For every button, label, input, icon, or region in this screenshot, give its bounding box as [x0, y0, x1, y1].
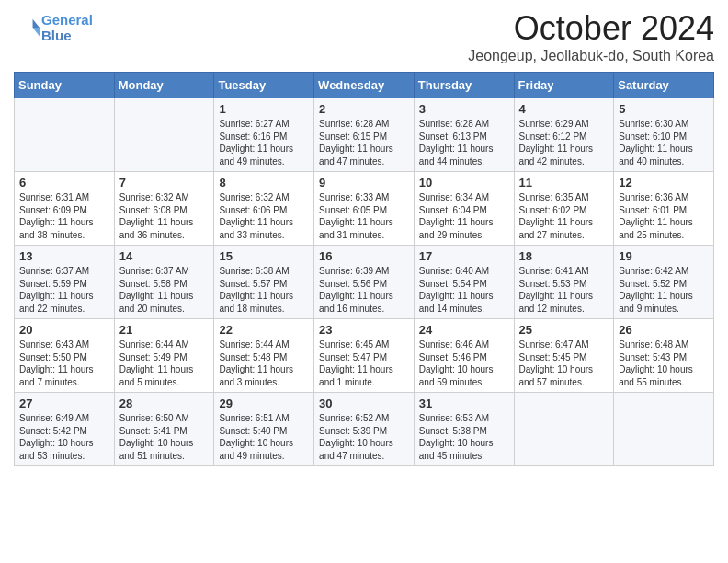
- day-content: Sunrise: 6:39 AM Sunset: 5:56 PM Dayligh…: [319, 265, 409, 315]
- day-content: Sunrise: 6:49 AM Sunset: 5:42 PM Dayligh…: [19, 412, 109, 462]
- day-number: 18: [519, 249, 609, 263]
- day-content: Sunrise: 6:35 AM Sunset: 6:02 PM Dayligh…: [519, 191, 609, 241]
- title-area: October 2024 Jeongeup, Jeollabuk-do, Sou…: [468, 9, 714, 64]
- day-number: 14: [119, 249, 210, 263]
- day-number: 2: [319, 102, 409, 116]
- day-content: Sunrise: 6:44 AM Sunset: 5:49 PM Dayligh…: [119, 339, 210, 388]
- day-number: 20: [19, 323, 109, 337]
- day-content: Sunrise: 6:44 AM Sunset: 5:48 PM Dayligh…: [219, 339, 309, 388]
- day-content: Sunrise: 6:38 AM Sunset: 5:57 PM Dayligh…: [219, 265, 309, 315]
- day-number: 30: [319, 396, 409, 410]
- day-number: 1: [219, 102, 309, 116]
- page-header: General Blue October 2024 Jeongeup, Jeol…: [14, 9, 714, 64]
- calendar-cell: 29Sunrise: 6:51 AM Sunset: 5:40 PM Dayli…: [214, 393, 314, 466]
- calendar-header-row: SundayMondayTuesdayWednesdayThursdayFrid…: [15, 73, 714, 98]
- calendar-table: SundayMondayTuesdayWednesdayThursdayFrid…: [14, 72, 714, 466]
- day-content: Sunrise: 6:37 AM Sunset: 5:59 PM Dayligh…: [19, 265, 109, 315]
- day-content: Sunrise: 6:51 AM Sunset: 5:40 PM Dayligh…: [219, 412, 309, 462]
- calendar-cell: 22Sunrise: 6:44 AM Sunset: 5:48 PM Dayli…: [214, 319, 314, 393]
- day-content: Sunrise: 6:52 AM Sunset: 5:39 PM Dayligh…: [319, 412, 409, 462]
- calendar-cell: 2Sunrise: 6:28 AM Sunset: 6:15 PM Daylig…: [314, 98, 415, 172]
- day-number: 25: [519, 323, 609, 337]
- day-number: 11: [519, 176, 609, 190]
- calendar-cell: 3Sunrise: 6:28 AM Sunset: 6:13 PM Daylig…: [414, 98, 514, 172]
- day-content: Sunrise: 6:33 AM Sunset: 6:05 PM Dayligh…: [319, 191, 409, 241]
- day-content: Sunrise: 6:30 AM Sunset: 6:10 PM Dayligh…: [619, 118, 709, 167]
- day-number: 26: [619, 323, 709, 337]
- day-number: 24: [419, 323, 509, 337]
- day-content: Sunrise: 6:41 AM Sunset: 5:53 PM Dayligh…: [519, 265, 609, 315]
- calendar-week-2: 6Sunrise: 6:31 AM Sunset: 6:09 PM Daylig…: [15, 172, 714, 246]
- day-content: Sunrise: 6:40 AM Sunset: 5:54 PM Dayligh…: [419, 265, 509, 315]
- logo-text: General Blue: [41, 13, 93, 43]
- calendar-cell: 7Sunrise: 6:32 AM Sunset: 6:08 PM Daylig…: [114, 172, 214, 246]
- calendar-cell: 10Sunrise: 6:34 AM Sunset: 6:04 PM Dayli…: [414, 172, 514, 246]
- day-number: 17: [419, 249, 509, 263]
- calendar-cell: [15, 98, 115, 172]
- calendar-cell: 31Sunrise: 6:53 AM Sunset: 5:38 PM Dayli…: [414, 393, 514, 466]
- day-number: 23: [319, 323, 409, 337]
- day-content: Sunrise: 6:48 AM Sunset: 5:43 PM Dayligh…: [619, 339, 709, 388]
- calendar-cell: 14Sunrise: 6:37 AM Sunset: 5:58 PM Dayli…: [114, 246, 214, 319]
- calendar-cell: 13Sunrise: 6:37 AM Sunset: 5:59 PM Dayli…: [15, 246, 115, 319]
- calendar-cell: 19Sunrise: 6:42 AM Sunset: 5:52 PM Dayli…: [614, 246, 714, 319]
- day-number: 27: [19, 396, 109, 410]
- day-number: 9: [319, 176, 409, 190]
- calendar-cell: 24Sunrise: 6:46 AM Sunset: 5:46 PM Dayli…: [414, 319, 514, 393]
- day-number: 29: [219, 396, 309, 410]
- calendar-cell: 18Sunrise: 6:41 AM Sunset: 5:53 PM Dayli…: [514, 246, 614, 319]
- day-content: Sunrise: 6:43 AM Sunset: 5:50 PM Dayligh…: [19, 339, 109, 388]
- column-header-wednesday: Wednesday: [314, 73, 415, 98]
- calendar-cell: 6Sunrise: 6:31 AM Sunset: 6:09 PM Daylig…: [15, 172, 115, 246]
- day-number: 22: [219, 323, 309, 337]
- day-content: Sunrise: 6:34 AM Sunset: 6:04 PM Dayligh…: [419, 191, 509, 241]
- day-content: Sunrise: 6:50 AM Sunset: 5:41 PM Dayligh…: [119, 412, 210, 462]
- day-content: Sunrise: 6:45 AM Sunset: 5:47 PM Dayligh…: [319, 339, 409, 388]
- day-number: 16: [319, 249, 409, 263]
- calendar-cell: 5Sunrise: 6:30 AM Sunset: 6:10 PM Daylig…: [614, 98, 714, 172]
- calendar-cell: [614, 393, 714, 466]
- calendar-cell: 30Sunrise: 6:52 AM Sunset: 5:39 PM Dayli…: [314, 393, 415, 466]
- day-number: 28: [119, 396, 210, 410]
- location-title: Jeongeup, Jeollabuk-do, South Korea: [468, 48, 714, 64]
- column-header-monday: Monday: [114, 73, 214, 98]
- calendar-cell: 4Sunrise: 6:29 AM Sunset: 6:12 PM Daylig…: [514, 98, 614, 172]
- calendar-cell: 9Sunrise: 6:33 AM Sunset: 6:05 PM Daylig…: [314, 172, 415, 246]
- calendar-cell: 12Sunrise: 6:36 AM Sunset: 6:01 PM Dayli…: [614, 172, 714, 246]
- calendar-cell: 20Sunrise: 6:43 AM Sunset: 5:50 PM Dayli…: [15, 319, 115, 393]
- calendar-cell: 17Sunrise: 6:40 AM Sunset: 5:54 PM Dayli…: [414, 246, 514, 319]
- day-number: 5: [619, 102, 709, 116]
- calendar-week-3: 13Sunrise: 6:37 AM Sunset: 5:59 PM Dayli…: [15, 246, 714, 319]
- day-content: Sunrise: 6:31 AM Sunset: 6:09 PM Dayligh…: [19, 191, 109, 241]
- day-number: 10: [419, 176, 509, 190]
- calendar-cell: [114, 98, 214, 172]
- column-header-tuesday: Tuesday: [214, 73, 314, 98]
- day-number: 6: [19, 176, 109, 190]
- day-content: Sunrise: 6:27 AM Sunset: 6:16 PM Dayligh…: [219, 118, 309, 167]
- day-number: 7: [119, 176, 210, 190]
- day-content: Sunrise: 6:28 AM Sunset: 6:15 PM Dayligh…: [319, 118, 409, 167]
- month-title: October 2024: [468, 9, 714, 48]
- day-content: Sunrise: 6:53 AM Sunset: 5:38 PM Dayligh…: [419, 412, 509, 462]
- day-number: 13: [19, 249, 109, 263]
- day-number: 3: [419, 102, 509, 116]
- day-content: Sunrise: 6:28 AM Sunset: 6:13 PM Dayligh…: [419, 118, 509, 167]
- day-content: Sunrise: 6:36 AM Sunset: 6:01 PM Dayligh…: [619, 191, 709, 241]
- day-number: 8: [219, 176, 309, 190]
- day-content: Sunrise: 6:32 AM Sunset: 6:06 PM Dayligh…: [219, 191, 309, 241]
- calendar-cell: 28Sunrise: 6:50 AM Sunset: 5:41 PM Dayli…: [114, 393, 214, 466]
- day-number: 12: [619, 176, 709, 190]
- column-header-friday: Friday: [514, 73, 614, 98]
- calendar-cell: [514, 393, 614, 466]
- calendar-week-1: 1Sunrise: 6:27 AM Sunset: 6:16 PM Daylig…: [15, 98, 714, 172]
- day-content: Sunrise: 6:37 AM Sunset: 5:58 PM Dayligh…: [119, 265, 210, 315]
- calendar-cell: 25Sunrise: 6:47 AM Sunset: 5:45 PM Dayli…: [514, 319, 614, 393]
- day-content: Sunrise: 6:47 AM Sunset: 5:45 PM Dayligh…: [519, 339, 609, 388]
- calendar-cell: 26Sunrise: 6:48 AM Sunset: 5:43 PM Dayli…: [614, 319, 714, 393]
- calendar-week-5: 27Sunrise: 6:49 AM Sunset: 5:42 PM Dayli…: [15, 393, 714, 466]
- calendar-body: 1Sunrise: 6:27 AM Sunset: 6:16 PM Daylig…: [15, 98, 714, 466]
- day-number: 31: [419, 396, 509, 410]
- calendar-week-4: 20Sunrise: 6:43 AM Sunset: 5:50 PM Dayli…: [15, 319, 714, 393]
- day-content: Sunrise: 6:29 AM Sunset: 6:12 PM Dayligh…: [519, 118, 609, 167]
- calendar-cell: 23Sunrise: 6:45 AM Sunset: 5:47 PM Dayli…: [314, 319, 415, 393]
